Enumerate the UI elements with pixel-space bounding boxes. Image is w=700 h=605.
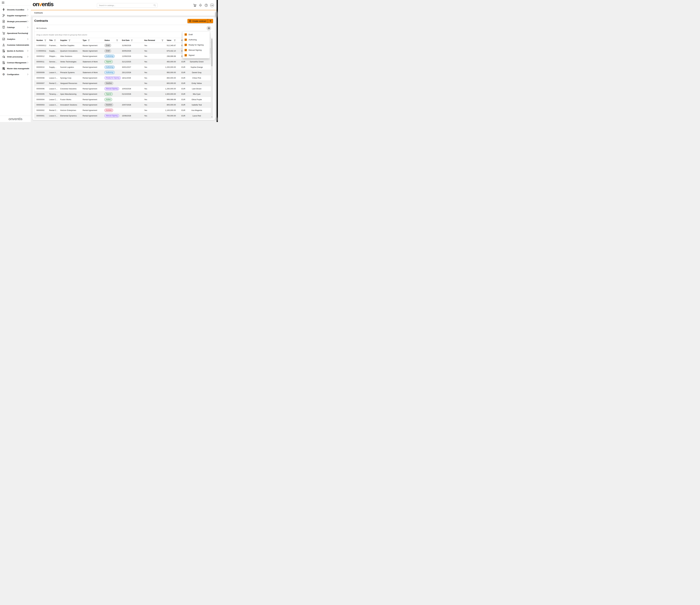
- checked-checkbox-icon[interactable]: [184, 54, 187, 56]
- sidebar-item-operational-purchasing[interactable]: Operational Purchasing: [0, 30, 31, 36]
- column-header-type[interactable]: Type: [82, 38, 104, 43]
- status-filter-option-authoring[interactable]: Authoring: [182, 37, 210, 42]
- sidebar-footer: onventis: [0, 116, 31, 122]
- column-header-title[interactable]: Title: [49, 38, 60, 43]
- cell-status: Inactive: [104, 81, 122, 86]
- cell-currency: EUR: [181, 97, 187, 102]
- chevron-right-icon: [27, 9, 28, 10]
- cell-value: 999,999.99: [167, 97, 181, 102]
- sidebar-item-contract-management[interactable]: § Contract Management: [0, 60, 31, 66]
- topbar: onventis ? CM: [31, 0, 217, 10]
- checked-checkbox-icon[interactable]: [184, 44, 187, 46]
- search-input[interactable]: [99, 4, 153, 6]
- cell-contact: Sophia Orange: [187, 65, 207, 70]
- status-filter-option-ready-for-signing[interactable]: Ready for Signing: [182, 42, 210, 47]
- table-row[interactable]: 00000009 Lease A… Pinnacle Systems State…: [34, 70, 213, 75]
- document-paragraph-icon: §: [2, 61, 5, 64]
- column-header-number[interactable]: Number: [34, 38, 49, 43]
- sidebar-item-master-data-management[interactable]: Master data management: [0, 66, 31, 71]
- table-row[interactable]: 00000008 Lease A… Synergy Corp Rental Ag…: [34, 75, 213, 81]
- column-header-value[interactable]: Value: [167, 38, 181, 43]
- filter-funnel-icon[interactable]: [131, 40, 133, 41]
- cell-contact: Liam Brown: [187, 86, 207, 92]
- sidebar-item-analytics[interactable]: Analytics: [0, 36, 31, 42]
- filter-funnel-icon[interactable]: [88, 40, 90, 41]
- sidebar-item-customer-administration[interactable]: Customer Administration: [0, 42, 31, 48]
- create-contract-dropdown-button[interactable]: [208, 21, 213, 22]
- table-row[interactable]: 00000004 Lease C… Fusion Works Rental Ag…: [34, 97, 213, 102]
- cell-contact: Ava Magenta: [187, 108, 207, 113]
- column-header-supplier[interactable]: Supplier: [60, 38, 82, 43]
- column-settings-button[interactable]: ⚙: [206, 26, 211, 31]
- status-filter-option-signed[interactable]: Signed: [182, 53, 210, 58]
- sidebar-item-supplier-management[interactable]: Supplier management: [0, 13, 31, 19]
- sidebar-item-label: Strategic procurement: [7, 20, 27, 23]
- cell-currency: EUR: [181, 59, 187, 65]
- table-row[interactable]: 00000011 Service… Vertex Technologies St…: [34, 59, 213, 65]
- sidebar-item-order-processing[interactable]: Order processing: [0, 54, 31, 60]
- cell-has-renewal: Yes: [144, 59, 167, 65]
- shopping-cart-icon: [2, 31, 5, 35]
- table-row[interactable]: 00000006 Lease A… Crestview Industries R…: [34, 86, 213, 92]
- table-row[interactable]: 00000002 Rental C… Horizon Enterprises R…: [34, 108, 213, 113]
- vertical-scrollbar[interactable]: ▲ ▼: [211, 38, 213, 118]
- column-header-status[interactable]: Status: [104, 38, 122, 43]
- column-header-has-renewal[interactable]: Has Renewal: [144, 38, 167, 43]
- table-row[interactable]: 00000007 Rental C… Vanguard Resources Re…: [34, 81, 213, 86]
- scroll-down-button[interactable]: ▼: [211, 116, 213, 118]
- sidebar-item-onventis-assistbee[interactable]: Onventis AssistBee: [0, 7, 31, 13]
- search-icon[interactable]: [153, 4, 156, 7]
- cell-value: 750,000.00: [167, 113, 181, 118]
- group-by-hint: Drag a column header and drop it here to…: [36, 34, 87, 36]
- filter-funnel-icon[interactable]: [161, 40, 164, 41]
- filter-funnel-icon[interactable]: [69, 40, 70, 41]
- cell-status: Manual Signing: [104, 113, 122, 118]
- filter-funnel-icon[interactable]: [174, 40, 176, 41]
- status-badge: Active: [104, 98, 112, 101]
- breadcrumb[interactable]: Contracts: [34, 12, 43, 14]
- table-row[interactable]: 00000010 Supply… Summit Logistics Rental…: [34, 65, 213, 70]
- sidebar-item-catalogs[interactable]: Catalogs: [0, 24, 31, 30]
- hamburger-menu-icon[interactable]: [2, 2, 4, 4]
- filter-funnel-icon[interactable]: [44, 40, 46, 41]
- user-avatar[interactable]: CM: [210, 3, 214, 7]
- checked-checkbox-icon[interactable]: [184, 49, 187, 51]
- filter-funnel-icon[interactable]: [116, 40, 118, 41]
- status-filter-option-draft[interactable]: Draft: [182, 32, 210, 37]
- checked-checkbox-icon[interactable]: [184, 33, 187, 36]
- chevron-right-icon: [27, 26, 28, 28]
- svg-text:§: §: [4, 63, 4, 64]
- cell-status: Signed: [104, 59, 122, 65]
- bell-icon[interactable]: [199, 4, 202, 7]
- table-row[interactable]: 00000001 Lease A… Elemental Dynamics Ren…: [34, 113, 213, 119]
- create-contract-button[interactable]: Create contract: [188, 19, 213, 23]
- column-header-end-date[interactable]: End Date: [122, 38, 144, 43]
- help-icon[interactable]: ?: [204, 4, 208, 7]
- cart-icon[interactable]: [193, 3, 197, 7]
- scrollbar-thumb[interactable]: [211, 40, 212, 66]
- cell-has-renewal: Yes: [144, 65, 167, 70]
- cell-title: Lease A…: [49, 113, 60, 118]
- cell-supplier: Pinnacle Systems: [60, 70, 82, 75]
- screen-edge: [217, 0, 218, 122]
- sidebar-item-configuration[interactable]: ⚙ Configuration: [0, 71, 31, 77]
- status-filter-option-manual-signing[interactable]: Manual Signing: [182, 47, 210, 53]
- cell-number: 00000004: [34, 97, 49, 102]
- sidebar-item-quotes-auctions[interactable]: Quotes & Auctions: [0, 48, 31, 54]
- status-badge: Authoring: [104, 55, 115, 58]
- cell-number: 00000010: [34, 65, 49, 70]
- cell-supplier: Apex Manufacturing: [60, 92, 82, 97]
- table-row[interactable]: 00000003 Lease A… Innovatech Solutions R…: [34, 102, 213, 108]
- cell-has-renewal: Yes: [144, 81, 167, 86]
- cell-supplier: Elemental Dynamics: [60, 113, 82, 118]
- table-row[interactable]: 00000005 Tenancy… Apex Manufacturing Ren…: [34, 92, 213, 97]
- cell-number: X-00000011: [34, 48, 49, 54]
- checked-checkbox-icon[interactable]: [184, 39, 187, 41]
- filter-funnel-icon[interactable]: [54, 40, 56, 41]
- cell-title: Lease A…: [49, 75, 60, 80]
- sidebar-item-strategic-procurement[interactable]: Strategic procurement: [0, 19, 31, 24]
- cell-contact: Samantha Green: [187, 59, 207, 65]
- cell-title: Tenancy…: [49, 92, 60, 97]
- cell-end-date: [122, 97, 144, 102]
- onventis-footer-logo: onventis: [8, 117, 22, 121]
